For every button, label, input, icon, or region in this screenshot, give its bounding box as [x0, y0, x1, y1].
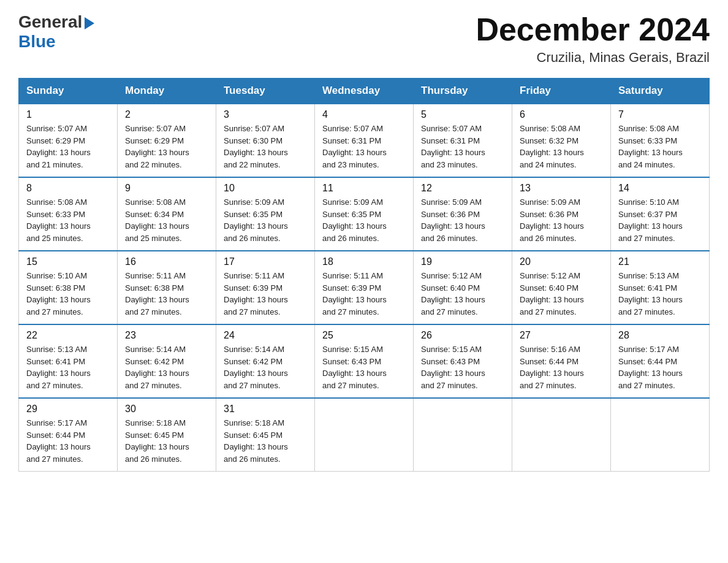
- location-title: Cruzilia, Minas Gerais, Brazil: [476, 50, 710, 66]
- day-number: 5: [421, 109, 504, 120]
- day-number: 6: [520, 109, 603, 120]
- day-info: Sunrise: 5:14 AM Sunset: 6:42 PM Dayligh…: [224, 343, 307, 391]
- calendar-cell: 15 Sunrise: 5:10 AM Sunset: 6:38 PM Dayl…: [19, 251, 118, 324]
- day-info: Sunrise: 5:17 AM Sunset: 6:44 PM Dayligh…: [26, 417, 110, 465]
- week-row-5: 29 Sunrise: 5:17 AM Sunset: 6:44 PM Dayl…: [19, 398, 710, 472]
- day-info: Sunrise: 5:12 AM Sunset: 6:40 PM Dayligh…: [520, 270, 603, 318]
- day-number: 10: [224, 183, 307, 194]
- calendar-cell: 10 Sunrise: 5:09 AM Sunset: 6:35 PM Dayl…: [216, 177, 315, 251]
- day-info: Sunrise: 5:08 AM Sunset: 6:33 PM Dayligh…: [618, 123, 702, 170]
- day-info: Sunrise: 5:08 AM Sunset: 6:32 PM Dayligh…: [520, 123, 603, 170]
- weekday-header-wednesday: Wednesday: [315, 79, 414, 104]
- day-info: Sunrise: 5:18 AM Sunset: 6:45 PM Dayligh…: [125, 417, 208, 465]
- day-info: Sunrise: 5:09 AM Sunset: 6:35 PM Dayligh…: [322, 196, 406, 244]
- calendar-cell: 13 Sunrise: 5:09 AM Sunset: 6:36 PM Dayl…: [512, 177, 611, 251]
- title-block: December 2024 Cruzilia, Minas Gerais, Br…: [476, 12, 710, 66]
- calendar-cell: 2 Sunrise: 5:07 AM Sunset: 6:29 PM Dayli…: [118, 104, 216, 177]
- logo-general: General: [18, 12, 82, 32]
- calendar-cell: 29 Sunrise: 5:17 AM Sunset: 6:44 PM Dayl…: [19, 398, 118, 472]
- calendar-cell: 11 Sunrise: 5:09 AM Sunset: 6:35 PM Dayl…: [315, 177, 414, 251]
- calendar-cell: [512, 398, 611, 472]
- weekday-header-saturday: Saturday: [611, 79, 710, 104]
- calendar-cell: 22 Sunrise: 5:13 AM Sunset: 6:41 PM Dayl…: [19, 324, 118, 398]
- day-number: 16: [125, 256, 208, 267]
- day-info: Sunrise: 5:14 AM Sunset: 6:42 PM Dayligh…: [125, 343, 208, 391]
- page-header: General Blue December 2024 Cruzilia, Min…: [18, 12, 710, 66]
- day-number: 17: [224, 256, 307, 267]
- weekday-header-row: SundayMondayTuesdayWednesdayThursdayFrid…: [19, 79, 710, 104]
- weekday-header-friday: Friday: [512, 79, 611, 104]
- day-number: 23: [125, 330, 208, 341]
- calendar-cell: 8 Sunrise: 5:08 AM Sunset: 6:33 PM Dayli…: [19, 177, 118, 251]
- calendar-cell: 1 Sunrise: 5:07 AM Sunset: 6:29 PM Dayli…: [19, 104, 118, 177]
- calendar-cell: 27 Sunrise: 5:16 AM Sunset: 6:44 PM Dayl…: [512, 324, 611, 398]
- calendar-cell: 23 Sunrise: 5:14 AM Sunset: 6:42 PM Dayl…: [118, 324, 216, 398]
- day-number: 12: [421, 183, 504, 194]
- day-number: 28: [618, 330, 702, 341]
- day-number: 11: [322, 183, 406, 194]
- day-info: Sunrise: 5:18 AM Sunset: 6:45 PM Dayligh…: [224, 417, 307, 465]
- calendar-cell: 28 Sunrise: 5:17 AM Sunset: 6:44 PM Dayl…: [611, 324, 710, 398]
- day-info: Sunrise: 5:09 AM Sunset: 6:36 PM Dayligh…: [421, 196, 504, 244]
- day-number: 25: [322, 330, 406, 341]
- calendar-cell: 25 Sunrise: 5:15 AM Sunset: 6:43 PM Dayl…: [315, 324, 414, 398]
- day-info: Sunrise: 5:11 AM Sunset: 6:38 PM Dayligh…: [125, 270, 208, 318]
- logo-arrow-icon: [85, 17, 94, 29]
- day-info: Sunrise: 5:07 AM Sunset: 6:29 PM Dayligh…: [26, 123, 110, 170]
- day-number: 7: [618, 109, 702, 120]
- day-number: 18: [322, 256, 406, 267]
- day-number: 29: [26, 404, 110, 415]
- calendar-cell: 4 Sunrise: 5:07 AM Sunset: 6:31 PM Dayli…: [315, 104, 414, 177]
- calendar-cell: 3 Sunrise: 5:07 AM Sunset: 6:30 PM Dayli…: [216, 104, 315, 177]
- calendar-cell: 30 Sunrise: 5:18 AM Sunset: 6:45 PM Dayl…: [118, 398, 216, 472]
- day-info: Sunrise: 5:12 AM Sunset: 6:40 PM Dayligh…: [421, 270, 504, 318]
- day-number: 14: [618, 183, 702, 194]
- day-number: 3: [224, 109, 307, 120]
- calendar-table: SundayMondayTuesdayWednesdayThursdayFrid…: [18, 78, 710, 472]
- day-info: Sunrise: 5:07 AM Sunset: 6:31 PM Dayligh…: [322, 123, 406, 170]
- weekday-header-sunday: Sunday: [19, 79, 118, 104]
- day-info: Sunrise: 5:15 AM Sunset: 6:43 PM Dayligh…: [421, 343, 504, 391]
- day-info: Sunrise: 5:11 AM Sunset: 6:39 PM Dayligh…: [322, 270, 406, 318]
- calendar-cell: [414, 398, 512, 472]
- calendar-cell: 9 Sunrise: 5:08 AM Sunset: 6:34 PM Dayli…: [118, 177, 216, 251]
- day-number: 21: [618, 256, 702, 267]
- day-number: 20: [520, 256, 603, 267]
- day-info: Sunrise: 5:10 AM Sunset: 6:38 PM Dayligh…: [26, 270, 110, 318]
- day-number: 8: [26, 183, 110, 194]
- day-number: 9: [125, 183, 208, 194]
- day-info: Sunrise: 5:09 AM Sunset: 6:36 PM Dayligh…: [520, 196, 603, 244]
- calendar-cell: 7 Sunrise: 5:08 AM Sunset: 6:33 PM Dayli…: [611, 104, 710, 177]
- day-number: 15: [26, 256, 110, 267]
- calendar-cell: 6 Sunrise: 5:08 AM Sunset: 6:32 PM Dayli…: [512, 104, 611, 177]
- day-info: Sunrise: 5:07 AM Sunset: 6:30 PM Dayligh…: [224, 123, 307, 170]
- day-info: Sunrise: 5:07 AM Sunset: 6:29 PM Dayligh…: [125, 123, 208, 170]
- weekday-header-monday: Monday: [118, 79, 216, 104]
- calendar-cell: [611, 398, 710, 472]
- day-info: Sunrise: 5:13 AM Sunset: 6:41 PM Dayligh…: [26, 343, 110, 391]
- day-info: Sunrise: 5:09 AM Sunset: 6:35 PM Dayligh…: [224, 196, 307, 244]
- week-row-4: 22 Sunrise: 5:13 AM Sunset: 6:41 PM Dayl…: [19, 324, 710, 398]
- calendar-cell: 19 Sunrise: 5:12 AM Sunset: 6:40 PM Dayl…: [414, 251, 512, 324]
- day-number: 24: [224, 330, 307, 341]
- logo: General Blue: [18, 12, 94, 52]
- day-number: 4: [322, 109, 406, 120]
- weekday-header-tuesday: Tuesday: [216, 79, 315, 104]
- day-info: Sunrise: 5:13 AM Sunset: 6:41 PM Dayligh…: [618, 270, 702, 318]
- day-info: Sunrise: 5:16 AM Sunset: 6:44 PM Dayligh…: [520, 343, 603, 391]
- day-number: 1: [26, 109, 110, 120]
- calendar-cell: 20 Sunrise: 5:12 AM Sunset: 6:40 PM Dayl…: [512, 251, 611, 324]
- weekday-header-thursday: Thursday: [414, 79, 512, 104]
- calendar-cell: 16 Sunrise: 5:11 AM Sunset: 6:38 PM Dayl…: [118, 251, 216, 324]
- calendar-cell: 14 Sunrise: 5:10 AM Sunset: 6:37 PM Dayl…: [611, 177, 710, 251]
- calendar-cell: [315, 398, 414, 472]
- day-number: 27: [520, 330, 603, 341]
- day-number: 30: [125, 404, 208, 415]
- day-info: Sunrise: 5:11 AM Sunset: 6:39 PM Dayligh…: [224, 270, 307, 318]
- day-number: 22: [26, 330, 110, 341]
- calendar-cell: 12 Sunrise: 5:09 AM Sunset: 6:36 PM Dayl…: [414, 177, 512, 251]
- week-row-1: 1 Sunrise: 5:07 AM Sunset: 6:29 PM Dayli…: [19, 104, 710, 177]
- week-row-3: 15 Sunrise: 5:10 AM Sunset: 6:38 PM Dayl…: [19, 251, 710, 324]
- day-number: 13: [520, 183, 603, 194]
- day-info: Sunrise: 5:08 AM Sunset: 6:34 PM Dayligh…: [125, 196, 208, 244]
